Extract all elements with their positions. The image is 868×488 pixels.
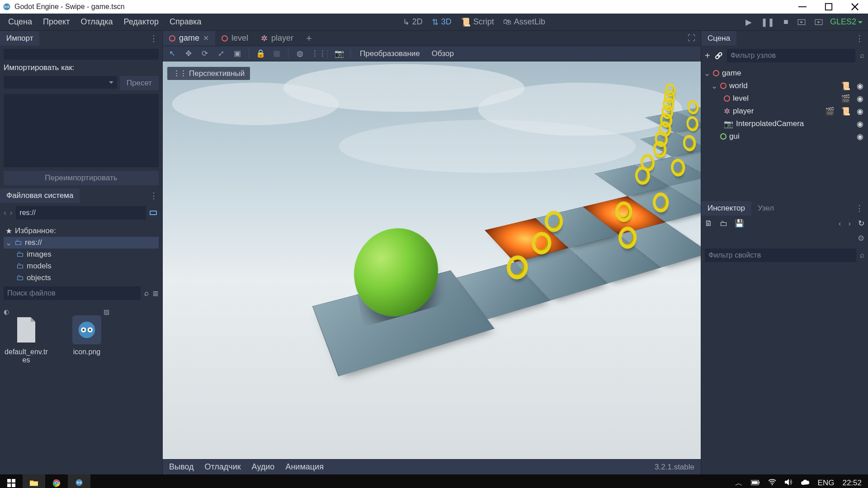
- node-player[interactable]: ✲ player 🎬 📜 ◉: [701, 105, 868, 117]
- object-properties-button[interactable]: ⚙: [858, 234, 864, 243]
- filesystem-dock-menu-icon[interactable]: ⋮: [145, 191, 162, 201]
- history-menu-button[interactable]: ↻: [858, 219, 864, 228]
- scene-dock-menu-icon[interactable]: ⋮: [851, 33, 868, 43]
- file-icon-png[interactable]: ▨ icon.png: [64, 308, 109, 356]
- node-interpolated-camera[interactable]: 📷 InterpolatedCamera ◉: [701, 117, 868, 130]
- visibility-icon[interactable]: ◉: [855, 107, 865, 116]
- camera-override-button[interactable]: 📷: [334, 49, 344, 58]
- visibility-icon[interactable]: ◉: [855, 81, 865, 91]
- script-icon[interactable]: 📜: [839, 107, 852, 116]
- folder-models[interactable]: 🗀models: [4, 260, 159, 272]
- scene-tab-level[interactable]: level: [215, 31, 255, 46]
- instance-scene-button[interactable]: [715, 51, 722, 60]
- window-minimize-button[interactable]: [789, 0, 816, 14]
- snap-config-button[interactable]: ⋮⋮: [311, 49, 321, 58]
- import-resource-field[interactable]: [4, 49, 159, 60]
- importer-select[interactable]: [4, 76, 117, 89]
- volume-icon[interactable]: [784, 479, 793, 488]
- history-back-button[interactable]: ‹: [839, 219, 841, 228]
- folder-images[interactable]: 🗀images: [4, 249, 159, 260]
- preset-button[interactable]: Пресет: [120, 76, 159, 90]
- transform-menu[interactable]: Преобразование: [357, 49, 423, 58]
- scene-filter-input[interactable]: [727, 49, 855, 62]
- split-mode-button[interactable]: [150, 211, 159, 215]
- play-custom-scene-button[interactable]: [810, 15, 827, 29]
- scale-tool-button[interactable]: ⤢: [216, 49, 226, 58]
- chevron-down-icon[interactable]: ⌄: [711, 81, 717, 91]
- history-forward-button[interactable]: ›: [848, 219, 851, 228]
- titlebar[interactable]: Godot Engine - Swipe - game.tscn: [0, 0, 868, 14]
- battery-icon[interactable]: [751, 479, 760, 488]
- node-gui[interactable]: › gui ◉: [701, 130, 868, 143]
- scene-dock-tab[interactable]: Сцена: [701, 31, 736, 46]
- filesystem-tab[interactable]: Файловая система: [0, 188, 80, 203]
- clock[interactable]: 22:52: [842, 479, 862, 488]
- visibility-icon[interactable]: ◉: [855, 94, 865, 103]
- favorites-row[interactable]: ★Избранное:: [4, 225, 159, 237]
- node-tab[interactable]: Узел: [751, 201, 780, 216]
- pause-project-button[interactable]: ❚❚: [756, 14, 779, 30]
- import-dock-menu-icon[interactable]: ⋮: [145, 33, 162, 43]
- bottom-tab-output[interactable]: Вывод: [169, 462, 193, 472]
- menu-scene[interactable]: Сцена: [3, 14, 38, 29]
- menu-editor[interactable]: Редактор: [118, 14, 164, 29]
- node-level[interactable]: level 🎬 ◉: [701, 92, 868, 105]
- lock-button[interactable]: 🔒: [255, 49, 265, 58]
- bottom-tab-animation[interactable]: Анимация: [285, 462, 324, 472]
- mode-3d-button[interactable]: ⇅3D: [427, 14, 456, 30]
- open-scene-icon[interactable]: 🎬: [839, 94, 852, 103]
- visibility-icon[interactable]: ◉: [855, 132, 865, 141]
- mode-2d-button[interactable]: ↳2D: [398, 14, 427, 30]
- inspector-tab[interactable]: Инспектор: [701, 201, 751, 216]
- filesystem-path-input[interactable]: [16, 206, 146, 220]
- group-button[interactable]: ▦: [272, 49, 282, 58]
- onedrive-icon[interactable]: [801, 479, 810, 488]
- inspector-filter-input[interactable]: [705, 249, 856, 262]
- viewport-projection-label[interactable]: ⋮⋮ Перспективный: [167, 67, 250, 80]
- taskbar-chrome[interactable]: [45, 474, 68, 488]
- play-project-button[interactable]: ▶: [741, 14, 756, 30]
- scene-tab-game[interactable]: game ✕: [163, 31, 215, 46]
- chevron-down-icon[interactable]: ⌄: [704, 69, 710, 78]
- menu-debug[interactable]: Отладка: [75, 14, 118, 29]
- load-resource-button[interactable]: 🗀: [720, 219, 727, 228]
- distraction-free-button[interactable]: ⛶: [682, 31, 701, 46]
- bottom-tab-debugger[interactable]: Отладчик: [204, 462, 241, 472]
- select-tool-button[interactable]: ↖: [167, 49, 177, 58]
- menu-help[interactable]: Справка: [164, 14, 207, 29]
- scene-tab-player[interactable]: ✲ player: [255, 31, 300, 46]
- search-icon[interactable]: [144, 289, 149, 298]
- nav-forward-button[interactable]: ›: [10, 208, 13, 217]
- bottom-tab-audio[interactable]: Аудио: [252, 462, 275, 472]
- filesystem-search-input[interactable]: [4, 286, 141, 300]
- file-default-env[interactable]: ◐ default_env.tres: [4, 308, 49, 364]
- start-button[interactable]: [0, 474, 23, 488]
- snap-button[interactable]: ◍: [295, 49, 305, 58]
- close-icon[interactable]: ✕: [203, 34, 209, 42]
- file-list-mode-button[interactable]: ≣: [152, 289, 159, 298]
- stop-project-button[interactable]: ■: [779, 14, 793, 29]
- reimport-button[interactable]: Переимпортировать: [4, 171, 159, 185]
- mode-assetlib-button[interactable]: 🛍AssetLib: [499, 14, 550, 29]
- menu-project[interactable]: Проект: [38, 14, 75, 29]
- script-icon[interactable]: 📜: [839, 81, 852, 91]
- add-node-button[interactable]: +: [705, 51, 710, 61]
- nav-back-button[interactable]: ‹: [4, 208, 6, 217]
- node-world[interactable]: ⌄ world 📜 ◉: [701, 80, 868, 92]
- window-maximize-button[interactable]: [816, 0, 842, 14]
- window-close-button[interactable]: [842, 0, 868, 14]
- language-indicator[interactable]: ENG: [818, 479, 835, 488]
- play-scene-button[interactable]: [793, 15, 810, 29]
- visibility-icon[interactable]: ◉: [855, 119, 865, 129]
- renderer-selector[interactable]: GLES2: [827, 14, 865, 29]
- move-tool-button[interactable]: ✥: [184, 49, 193, 58]
- res-root-row[interactable]: ⌄🗀res://: [4, 237, 159, 249]
- tray-chevron-icon[interactable]: ︿: [735, 478, 743, 488]
- taskbar-godot[interactable]: [68, 474, 90, 488]
- spatial-viewport[interactable]: ⋮⋮ Перспективный: [163, 61, 701, 459]
- new-resource-button[interactable]: 🗎: [705, 219, 712, 228]
- add-scene-tab-button[interactable]: +: [300, 31, 318, 46]
- node-game[interactable]: ⌄ game: [701, 67, 868, 80]
- view-menu[interactable]: Обзор: [429, 49, 457, 58]
- inspector-dock-menu-icon[interactable]: ⋮: [851, 203, 868, 213]
